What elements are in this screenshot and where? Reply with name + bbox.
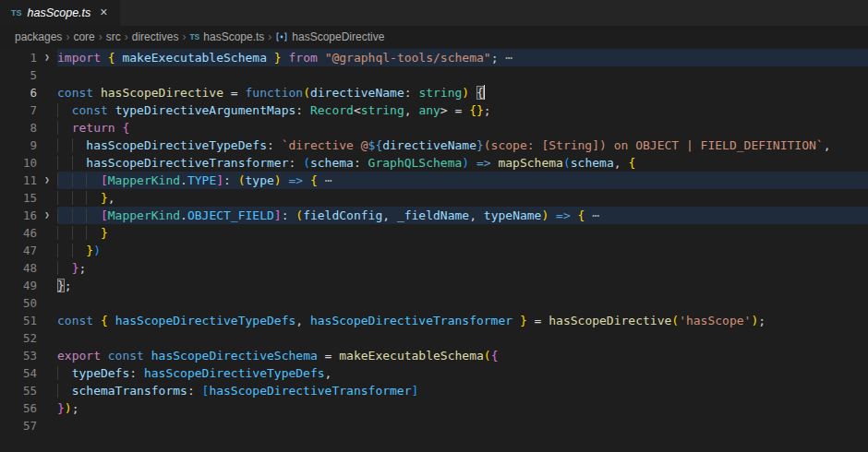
breadcrumb-item-hasscopedirective[interactable]: hasScopeDirective <box>275 30 384 43</box>
token: GraphQLSchema <box>368 156 463 170</box>
code-text: }; <box>57 277 868 294</box>
gutter[interactable]: 54 <box>0 364 57 382</box>
code-text: hasScopeDirectiveTypeDefs: `directive @$… <box>57 137 868 154</box>
code-line[interactable]: 16❯ [MapperKind.OBJECT_FIELD]: (fieldCon… <box>0 207 868 224</box>
gutter[interactable]: 51 <box>0 312 57 329</box>
token: ( <box>295 208 303 222</box>
token: ) <box>462 86 469 100</box>
token: "@graphql-tools/schema" <box>325 51 491 65</box>
code-line[interactable]: 9 hasScopeDirectiveTypeDefs: `directive … <box>0 137 868 154</box>
code-line[interactable]: 48 }; <box>0 259 868 277</box>
code-line[interactable]: 15 }, <box>0 189 868 207</box>
code-line[interactable]: 49}; <box>0 277 868 294</box>
fold-spacer <box>37 224 57 242</box>
gutter[interactable]: 11❯ <box>0 172 57 189</box>
fold-spacer <box>37 277 57 294</box>
code-line[interactable]: 46 } <box>0 224 868 242</box>
close-tab-icon[interactable]: × <box>96 6 111 20</box>
token: . <box>180 208 187 222</box>
gutter[interactable]: 15 <box>0 189 57 207</box>
indent-guide <box>57 226 72 240</box>
gutter[interactable]: 49 <box>0 277 57 294</box>
code-line[interactable]: 10 hasScopeDirectiveTransformer: (schema… <box>0 154 868 172</box>
gutter[interactable]: 52 <box>0 329 57 347</box>
code-editor[interactable]: 1❯import { makeExecutableSchema } from "… <box>0 48 868 452</box>
token <box>549 208 556 222</box>
gutter[interactable]: 9 <box>0 137 57 154</box>
gutter[interactable]: 47 <box>0 242 57 259</box>
code-text: }) <box>57 242 868 259</box>
line-number: 9 <box>0 137 37 154</box>
gutter[interactable]: 10 <box>0 154 57 172</box>
fold-spacer <box>37 137 57 154</box>
gutter[interactable]: 7 <box>0 101 57 119</box>
gutter[interactable]: 6 <box>0 84 57 101</box>
token <box>318 51 325 65</box>
code-line[interactable]: 50 <box>0 294 868 312</box>
breadcrumb-item-packages[interactable]: packages <box>15 30 62 43</box>
token <box>267 51 274 65</box>
breadcrumb-item-src[interactable]: src <box>106 30 121 43</box>
gutter[interactable]: 5 <box>0 66 57 84</box>
code-line[interactable]: 51const { hasScopeDirectiveTypeDefs, has… <box>0 312 868 329</box>
code-line[interactable]: 56}); <box>0 399 868 417</box>
fold-chevron-icon[interactable]: ❯ <box>37 172 57 189</box>
fold-spacer <box>37 347 57 364</box>
code-line[interactable]: 8 return { <box>0 119 868 137</box>
code-line[interactable]: 47 }) <box>0 242 868 259</box>
fold-chevron-icon[interactable]: ❯ <box>37 207 57 224</box>
token: const <box>57 314 93 327</box>
code-line[interactable]: 7 const typeDirectiveArgumentMaps: Recor… <box>0 101 868 119</box>
token: OBJECT_FIELD <box>187 208 274 222</box>
gutter[interactable]: 53 <box>0 347 57 364</box>
gutter[interactable]: 48 <box>0 259 57 277</box>
text-cursor <box>484 85 486 100</box>
tab-hasscope[interactable]: TS hasScope.ts × <box>0 0 120 26</box>
token: : <box>267 138 282 152</box>
token: any <box>418 103 440 117</box>
fold-spacer <box>37 154 57 172</box>
gutter[interactable]: 1❯ <box>0 49 57 66</box>
token: , <box>614 156 629 170</box>
code-line[interactable]: 53export const hasScopeDirectiveSchema =… <box>0 347 868 364</box>
token: const <box>108 349 144 363</box>
token <box>93 314 101 327</box>
token: { <box>108 51 115 65</box>
breadcrumb-item-hasscope-ts[interactable]: TShasScope.ts <box>189 30 264 43</box>
symbol-variable-icon <box>275 30 288 43</box>
gutter[interactable]: 55 <box>0 382 57 399</box>
line-number: 56 <box>0 399 37 417</box>
breadcrumb-item-core[interactable]: core <box>73 30 94 43</box>
indent-guide <box>86 191 101 205</box>
token: => <box>556 208 571 222</box>
gutter[interactable]: 56 <box>0 399 57 417</box>
breadcrumb-label: core <box>73 30 94 43</box>
breadcrumb-label: hasScope.ts <box>203 30 264 43</box>
gutter[interactable]: 57 <box>0 417 57 434</box>
token: ( <box>303 86 310 100</box>
code-line[interactable]: 1❯import { makeExecutableSchema } from "… <box>0 49 868 66</box>
fold-spacer <box>37 189 57 207</box>
gutter[interactable]: 8 <box>0 119 57 137</box>
gutter[interactable]: 46 <box>0 224 57 242</box>
token: ] <box>274 208 282 222</box>
code-line[interactable]: 52 <box>0 329 868 347</box>
token: { <box>101 314 108 327</box>
code-line[interactable]: 57 <box>0 417 868 434</box>
gutter[interactable]: 16❯ <box>0 207 57 224</box>
code-line[interactable]: 54 typeDefs: hasScopeDirectiveTypeDefs, <box>0 364 868 382</box>
token: ${ <box>368 138 383 152</box>
line-number: 7 <box>0 101 37 119</box>
code-line[interactable]: 11❯ [MapperKind.TYPE]: (type) => { ⋯ <box>0 172 868 189</box>
gutter[interactable]: 50 <box>0 294 57 312</box>
token <box>303 173 310 187</box>
fold-chevron-icon[interactable]: ❯ <box>37 49 57 66</box>
breadcrumb-item-directives[interactable]: directives <box>132 30 179 43</box>
token: } <box>101 226 108 240</box>
code-line[interactable]: 6const hasScopeDirective = function(dire… <box>0 84 868 101</box>
token: ; <box>72 401 79 415</box>
code-line[interactable]: 55 schemaTransforms: [hasScopeDirectiveT… <box>0 382 868 399</box>
indent-guide <box>57 121 72 135</box>
line-number: 16 <box>0 207 37 224</box>
code-line[interactable]: 5 <box>0 66 868 84</box>
